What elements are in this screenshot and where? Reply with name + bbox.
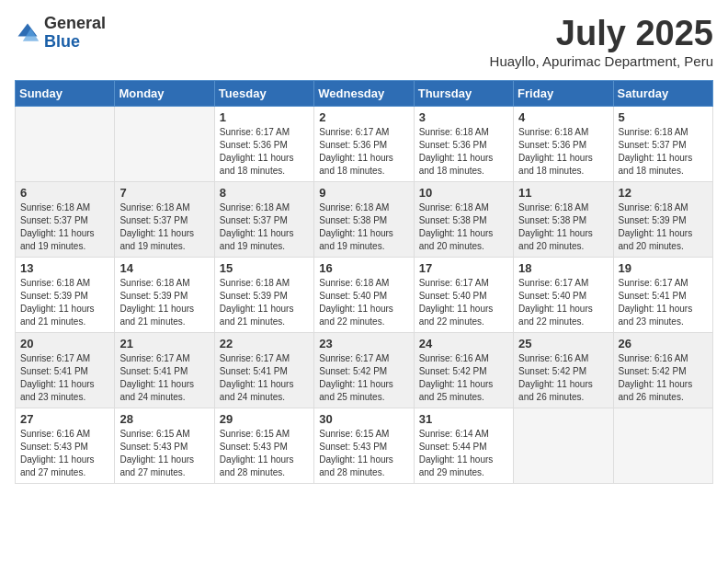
day-info: Sunrise: 6:18 AMSunset: 5:38 PMDaylight:… [319, 201, 408, 253]
day-info: Sunrise: 6:18 AMSunset: 5:36 PMDaylight:… [518, 126, 608, 178]
day-info: Sunrise: 6:17 AMSunset: 5:40 PMDaylight:… [419, 277, 508, 328]
day-number: 8 [220, 186, 309, 200]
weekday-header: Friday [514, 80, 613, 106]
day-info: Sunrise: 6:14 AMSunset: 5:44 PMDaylight:… [419, 428, 508, 479]
day-info: Sunrise: 6:18 AMSunset: 5:36 PMDaylight:… [419, 126, 508, 178]
day-number: 26 [619, 337, 708, 350]
day-info: Sunrise: 6:15 AMSunset: 5:43 PMDaylight:… [319, 428, 408, 479]
calendar-cell: 22Sunrise: 6:17 AMSunset: 5:41 PMDayligh… [214, 332, 313, 408]
day-info: Sunrise: 6:18 AMSunset: 5:39 PMDaylight:… [220, 277, 309, 328]
calendar-cell: 9Sunrise: 6:18 AMSunset: 5:38 PMDaylight… [314, 181, 414, 257]
calendar-cell: 12Sunrise: 6:18 AMSunset: 5:39 PMDayligh… [613, 181, 712, 257]
calendar-cell [115, 106, 214, 181]
location-title: Huayllo, Apurimac Department, Peru [490, 53, 713, 69]
day-info: Sunrise: 6:18 AMSunset: 5:38 PMDaylight:… [419, 201, 508, 253]
weekday-header: Thursday [414, 80, 513, 106]
day-info: Sunrise: 6:16 AMSunset: 5:42 PMDaylight:… [518, 352, 608, 404]
day-number: 14 [119, 261, 209, 275]
day-info: Sunrise: 6:18 AMSunset: 5:40 PMDaylight:… [319, 277, 408, 328]
calendar-cell: 26Sunrise: 6:16 AMSunset: 5:42 PMDayligh… [613, 332, 712, 408]
day-info: Sunrise: 6:16 AMSunset: 5:43 PMDaylight:… [20, 428, 109, 479]
calendar-cell: 7Sunrise: 6:18 AMSunset: 5:37 PMDaylight… [115, 181, 214, 257]
day-info: Sunrise: 6:18 AMSunset: 5:39 PMDaylight:… [619, 201, 708, 253]
day-number: 23 [319, 337, 408, 350]
day-number: 20 [20, 337, 109, 350]
day-info: Sunrise: 6:18 AMSunset: 5:39 PMDaylight:… [20, 277, 109, 328]
day-number: 6 [20, 186, 109, 200]
day-number: 22 [220, 337, 309, 350]
day-number: 25 [518, 337, 608, 350]
calendar-cell: 21Sunrise: 6:17 AMSunset: 5:41 PMDayligh… [115, 332, 214, 408]
day-number: 10 [419, 186, 508, 200]
calendar-cell: 13Sunrise: 6:18 AMSunset: 5:39 PMDayligh… [16, 257, 115, 332]
title-block: July 2025 Huayllo, Apurimac Department, … [490, 15, 713, 69]
day-number: 16 [319, 261, 408, 275]
calendar-cell: 6Sunrise: 6:18 AMSunset: 5:37 PMDaylight… [16, 181, 115, 257]
day-number: 12 [619, 186, 708, 200]
day-number: 30 [319, 412, 408, 426]
calendar-cell: 4Sunrise: 6:18 AMSunset: 5:36 PMDaylight… [514, 106, 613, 181]
weekday-header: Sunday [16, 80, 115, 106]
calendar-cell: 16Sunrise: 6:18 AMSunset: 5:40 PMDayligh… [314, 257, 414, 332]
calendar-cell: 5Sunrise: 6:18 AMSunset: 5:37 PMDaylight… [613, 106, 712, 181]
day-info: Sunrise: 6:17 AMSunset: 5:36 PMDaylight:… [220, 126, 309, 178]
day-info: Sunrise: 6:15 AMSunset: 5:43 PMDaylight:… [220, 428, 309, 479]
calendar-cell: 24Sunrise: 6:16 AMSunset: 5:42 PMDayligh… [414, 332, 513, 408]
day-info: Sunrise: 6:17 AMSunset: 5:36 PMDaylight:… [319, 126, 408, 178]
calendar-cell [613, 408, 712, 483]
day-number: 24 [419, 337, 508, 350]
day-number: 4 [518, 110, 608, 124]
day-number: 7 [119, 186, 209, 200]
calendar-cell: 29Sunrise: 6:15 AMSunset: 5:43 PMDayligh… [214, 408, 313, 483]
calendar-cell: 31Sunrise: 6:14 AMSunset: 5:44 PMDayligh… [414, 408, 513, 483]
day-number: 5 [619, 110, 708, 124]
calendar-week-row: 6Sunrise: 6:18 AMSunset: 5:37 PMDaylight… [16, 181, 713, 257]
day-info: Sunrise: 6:17 AMSunset: 5:42 PMDaylight:… [319, 352, 408, 404]
calendar-cell: 3Sunrise: 6:18 AMSunset: 5:36 PMDaylight… [414, 106, 513, 181]
calendar-week-row: 20Sunrise: 6:17 AMSunset: 5:41 PMDayligh… [16, 332, 713, 408]
calendar-week-row: 13Sunrise: 6:18 AMSunset: 5:39 PMDayligh… [16, 257, 713, 332]
weekday-header: Monday [115, 80, 214, 106]
logo: General Blue [15, 15, 106, 52]
day-number: 31 [419, 412, 508, 426]
day-number: 9 [319, 186, 408, 200]
day-number: 1 [220, 110, 309, 124]
calendar-cell: 11Sunrise: 6:18 AMSunset: 5:38 PMDayligh… [514, 181, 613, 257]
day-info: Sunrise: 6:15 AMSunset: 5:43 PMDaylight:… [119, 428, 209, 479]
day-info: Sunrise: 6:17 AMSunset: 5:41 PMDaylight:… [119, 352, 209, 404]
calendar-cell: 20Sunrise: 6:17 AMSunset: 5:41 PMDayligh… [16, 332, 115, 408]
calendar-cell: 25Sunrise: 6:16 AMSunset: 5:42 PMDayligh… [514, 332, 613, 408]
calendar-cell: 23Sunrise: 6:17 AMSunset: 5:42 PMDayligh… [314, 332, 414, 408]
calendar-cell [514, 408, 613, 483]
calendar-week-row: 27Sunrise: 6:16 AMSunset: 5:43 PMDayligh… [16, 408, 713, 483]
logo-blue-text: Blue [44, 33, 106, 52]
day-number: 19 [619, 261, 708, 275]
day-info: Sunrise: 6:18 AMSunset: 5:37 PMDaylight:… [619, 126, 708, 178]
calendar-cell: 17Sunrise: 6:17 AMSunset: 5:40 PMDayligh… [414, 257, 513, 332]
calendar-cell: 2Sunrise: 6:17 AMSunset: 5:36 PMDaylight… [314, 106, 414, 181]
page-header: General Blue July 2025 Huayllo, Apurimac… [15, 15, 713, 69]
month-title: July 2025 [490, 15, 713, 53]
day-info: Sunrise: 6:17 AMSunset: 5:40 PMDaylight:… [518, 277, 608, 328]
day-info: Sunrise: 6:16 AMSunset: 5:42 PMDaylight:… [419, 352, 508, 404]
calendar-cell: 28Sunrise: 6:15 AMSunset: 5:43 PMDayligh… [115, 408, 214, 483]
calendar-table: SundayMondayTuesdayWednesdayThursdayFrid… [15, 80, 713, 484]
weekday-header: Tuesday [214, 80, 313, 106]
weekday-header: Wednesday [314, 80, 414, 106]
logo-icon [15, 20, 40, 46]
calendar-cell: 8Sunrise: 6:18 AMSunset: 5:37 PMDaylight… [214, 181, 313, 257]
day-number: 18 [518, 261, 608, 275]
day-info: Sunrise: 6:17 AMSunset: 5:41 PMDaylight:… [619, 277, 708, 328]
calendar-header-row: SundayMondayTuesdayWednesdayThursdayFrid… [16, 80, 713, 106]
day-info: Sunrise: 6:18 AMSunset: 5:37 PMDaylight:… [20, 201, 109, 253]
day-number: 13 [20, 261, 109, 275]
day-info: Sunrise: 6:17 AMSunset: 5:41 PMDaylight:… [220, 352, 309, 404]
day-number: 11 [518, 186, 608, 200]
calendar-cell: 19Sunrise: 6:17 AMSunset: 5:41 PMDayligh… [613, 257, 712, 332]
day-number: 15 [220, 261, 309, 275]
day-number: 21 [119, 337, 209, 350]
day-number: 28 [119, 412, 209, 426]
day-info: Sunrise: 6:16 AMSunset: 5:42 PMDaylight:… [619, 352, 708, 404]
day-info: Sunrise: 6:18 AMSunset: 5:37 PMDaylight:… [119, 201, 209, 253]
calendar-week-row: 1Sunrise: 6:17 AMSunset: 5:36 PMDaylight… [16, 106, 713, 181]
